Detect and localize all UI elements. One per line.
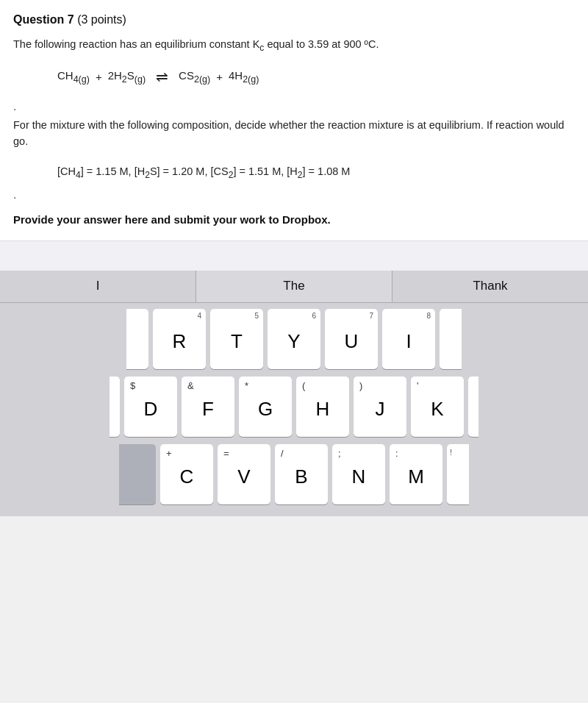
key-dot-partial[interactable]: !: [447, 444, 469, 504]
mixture-intro: For the mixture with the following compo…: [13, 118, 575, 150]
keyboard-row-3: + C = V / B ; N : M !: [2, 444, 586, 504]
question-intro: The following reaction has an equilibriu…: [13, 37, 575, 54]
key-H[interactable]: ( H: [296, 377, 349, 437]
key-I[interactable]: 8 I: [382, 309, 435, 369]
provide-answer: Provide your answer here and submit your…: [13, 213, 575, 226]
key-Y[interactable]: 6 Y: [268, 309, 320, 369]
question-title: Question 7 (3 points): [13, 13, 575, 26]
key-B[interactable]: / B: [275, 444, 328, 504]
key-G[interactable]: * G: [239, 377, 292, 437]
dot1: .: [13, 100, 575, 113]
key-L-partial[interactable]: [468, 377, 478, 437]
concentrations: [CH4] = 1.15 M, [H2S] = 1.20 M, [CS2] = …: [57, 163, 575, 182]
key-D[interactable]: $ D: [124, 377, 177, 437]
key-O-partial[interactable]: [440, 309, 462, 369]
key-shift-partial[interactable]: [119, 444, 156, 504]
question-area: Question 7 (3 points) The following reac…: [0, 0, 588, 241]
key-N[interactable]: ; N: [332, 444, 385, 504]
key-C[interactable]: + C: [160, 444, 213, 504]
key-F[interactable]: & F: [182, 377, 234, 437]
autocomplete-item-The[interactable]: The: [196, 271, 392, 302]
key-S-partial[interactable]: [110, 377, 120, 437]
spacer: [0, 241, 588, 271]
key-J[interactable]: ) J: [354, 377, 406, 437]
key-M[interactable]: : M: [390, 444, 442, 504]
key-K[interactable]: ' K: [411, 377, 464, 437]
dot2: .: [13, 188, 575, 201]
keyboard: 4 R 5 T 6 Y 7 U 8 I $ D &: [0, 303, 588, 516]
autocomplete-item-Thank[interactable]: Thank: [392, 271, 588, 302]
key-T[interactable]: 5 T: [210, 309, 263, 369]
keyboard-row-1: 4 R 5 T 6 Y 7 U 8 I: [2, 309, 586, 369]
reaction-equation: CH4(g) + 2H2S(g) ⇌ CS2(g) + 4H2(g): [57, 68, 575, 85]
key-3-partial[interactable]: [126, 309, 148, 369]
autocomplete-bar: I The Thank: [0, 271, 588, 303]
keyboard-row-2: $ D & F * G ( H ) J ' K: [2, 377, 586, 437]
key-R[interactable]: 4 R: [153, 309, 206, 369]
autocomplete-item-I[interactable]: I: [0, 271, 196, 302]
key-U[interactable]: 7 U: [325, 309, 378, 369]
key-V[interactable]: = V: [218, 444, 270, 504]
